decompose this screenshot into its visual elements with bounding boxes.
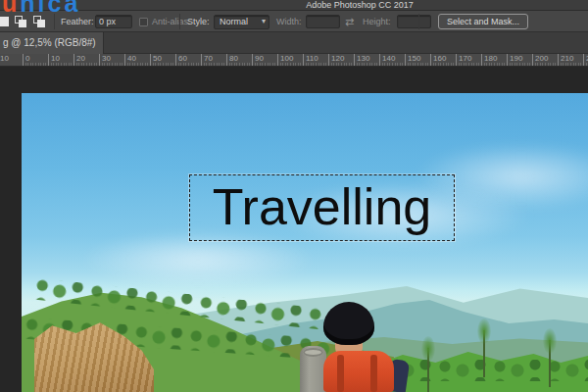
horizontal-ruler[interactable]: 1001020304050607080901001101201301401501… [0, 54, 588, 67]
photoshop-window: Adobe Photoshop CC 2017 Feather: 0 px An… [0, 0, 588, 392]
ruler-tick-label: 150 [405, 54, 420, 66]
window-title: Adobe Photoshop CC 2017 [306, 0, 414, 11]
document-tab-bar: g @ 12,5% (RGB/8#) [0, 32, 588, 54]
swap-dimensions-icon[interactable]: ⇄ [345, 11, 354, 32]
unica-watermark: unica [2, 0, 80, 16]
ruler-tick-label: 70 [201, 54, 213, 66]
watermark-letter: n [20, 0, 37, 17]
ruler-tick-label: 130 [354, 54, 369, 66]
width-input[interactable] [306, 15, 340, 28]
tool-options-bar: Feather: 0 px Anti-alias Style: Normal ▾… [0, 11, 588, 32]
add-to-selection-icon[interactable] [15, 16, 27, 28]
backpack-strap [337, 355, 344, 392]
ruler-tick-label: 100 [277, 54, 293, 66]
watermark-letter: a [64, 0, 80, 17]
select-and-mask-button[interactable]: Select and Mask... [438, 14, 528, 29]
selection-marquee[interactable]: Travelling [189, 174, 455, 241]
watermark-letter: c [48, 0, 65, 17]
backpack-strap [370, 355, 377, 392]
anti-alias-checkbox[interactable] [139, 18, 148, 26]
height-input[interactable] [397, 15, 431, 28]
ruler-tick-label: 180 [481, 54, 497, 66]
ruler-tick-label: 60 [175, 54, 187, 66]
options-separator [418, 14, 419, 29]
ruler-tick-label: 50 [150, 54, 162, 66]
text-layer-travelling[interactable]: Travelling [213, 177, 432, 236]
document-tab[interactable]: g @ 12,5% (RGB/8#) [0, 32, 104, 54]
ruler-tick-label: 40 [124, 54, 136, 66]
ruler-tick-label: 120 [328, 54, 344, 66]
watermark-letter: i [38, 0, 48, 17]
title-bar: Adobe Photoshop CC 2017 [0, 0, 588, 11]
pasteboard: Travelling [0, 67, 588, 392]
chevron-down-icon: ▾ [262, 15, 266, 27]
ruler-tick-label: 210 [558, 54, 573, 66]
style-dropdown[interactable]: Normal ▾ [214, 15, 270, 29]
hiker-beanie [323, 302, 374, 345]
watermark-letter: u [2, 0, 20, 17]
style-dropdown-value: Normal [220, 17, 248, 26]
ruler-tick-label: 90 [252, 54, 264, 66]
ruler-tick-label: 220 [583, 54, 588, 66]
options-separator [179, 14, 180, 29]
width-label: Width: [276, 11, 302, 32]
hiker-sleeping-mat [300, 346, 326, 392]
ruler-tick-label: 190 [507, 54, 522, 66]
ruler-tick-label: 200 [532, 54, 548, 66]
anti-alias-label: Anti-alias [152, 11, 188, 32]
ruler-tick-label: 160 [430, 54, 446, 66]
hiker-backpack [323, 351, 394, 392]
document-canvas[interactable]: Travelling [22, 93, 588, 392]
ruler-tick-label: 80 [226, 54, 238, 66]
ruler-tick-label: 10 [48, 54, 60, 66]
ruler-tick-label: 20 [74, 54, 85, 66]
subtract-from-selection-icon[interactable] [33, 16, 46, 28]
feather-input[interactable]: 0 px [95, 15, 132, 28]
ruler-tick-label: 30 [99, 54, 111, 66]
ruler-tick-label: 110 [303, 54, 318, 66]
new-selection-icon[interactable] [0, 16, 11, 28]
ruler-tick-label: 170 [456, 54, 471, 66]
height-label: Height: [363, 11, 391, 32]
ruler-tick-label: 140 [379, 54, 395, 66]
style-label: Style: [187, 11, 210, 32]
ruler-tick-label: 10 [0, 54, 9, 66]
ruler-tick-label: 0 [23, 54, 29, 66]
